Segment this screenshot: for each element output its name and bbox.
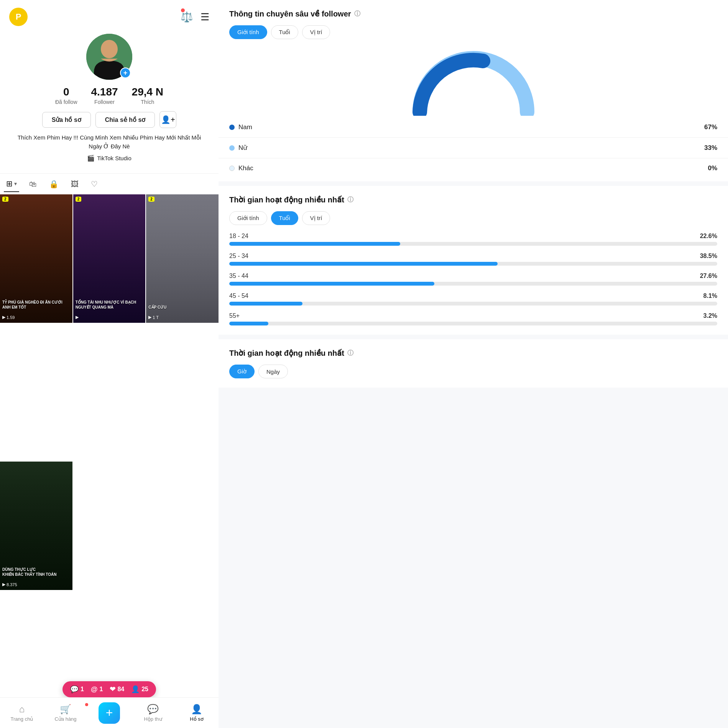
gender-chart bbox=[229, 47, 717, 116]
nav-inbox-label: Hộp thư bbox=[144, 716, 162, 722]
male-value: 67% bbox=[704, 123, 717, 131]
time-activity-section: Thời gian hoạt động nhiều nhất ⓘ Giờ Ngà… bbox=[219, 339, 728, 388]
add-person-icon: 👤+ bbox=[161, 115, 175, 124]
video-thumb-3[interactable]: 2 CẤP CỨU ▶ 1 T bbox=[146, 194, 219, 323]
mention-count: 1 bbox=[99, 686, 103, 693]
float-action-bar[interactable]: 💬 1 @ 1 ❤ 84 👤 25 bbox=[62, 681, 156, 697]
active-time-section: Thời gian hoạt động nhiều nhất ⓘ Giới tí… bbox=[219, 186, 728, 335]
studio-label: TikTok Studio bbox=[97, 155, 131, 161]
plus-icon: + bbox=[106, 706, 113, 720]
notification-dot bbox=[181, 8, 185, 12]
age-tab-location[interactable]: Vị trí bbox=[302, 211, 330, 225]
time-tab-day[interactable]: Ngày bbox=[258, 365, 288, 378]
tab-location[interactable]: Vị trí bbox=[302, 25, 330, 39]
male-label: Nam bbox=[238, 123, 252, 131]
age-tab-gender[interactable]: Giới tính bbox=[229, 211, 267, 225]
logo-button[interactable]: P bbox=[9, 8, 28, 26]
follow-label: Đã follow bbox=[55, 99, 77, 105]
tiktok-studio-row[interactable]: 🎬 TikTok Studio bbox=[87, 154, 131, 162]
left-panel: P ⚖️ ☰ + 0 Đã follow bbox=[0, 0, 219, 728]
info-icon-3[interactable]: ⓘ bbox=[347, 349, 353, 357]
float-comment: 💬 1 bbox=[70, 685, 84, 693]
media-tab-gallery[interactable]: 🖼 bbox=[69, 177, 81, 192]
edit-profile-button[interactable]: Sửa hồ sơ bbox=[42, 112, 91, 128]
svg-point-2 bbox=[435, 74, 512, 116]
age-tab-age[interactable]: Tuổi bbox=[271, 211, 298, 225]
comment-icon: 💬 bbox=[70, 685, 79, 693]
nav-profile[interactable]: 👤 Hồ sơ bbox=[175, 704, 219, 722]
equalizer-icon[interactable]: ⚖️ bbox=[181, 11, 193, 23]
female-label: Nữ bbox=[238, 144, 247, 152]
other-dot bbox=[229, 166, 235, 171]
action-buttons: Sửa hồ sơ Chia sẻ hồ sơ 👤+ bbox=[42, 111, 177, 128]
nav-create[interactable]: + bbox=[87, 702, 131, 724]
age-bar-chart: 18 - 24 22.6% 25 - 34 38.5% 35 - 44 bbox=[229, 233, 717, 325]
video-label-3: CẤP CỨU bbox=[148, 305, 216, 310]
media-tab-grid[interactable]: ⊞ ▾ bbox=[4, 176, 19, 192]
time-activity-title: Thời gian hoạt động nhiều nhất ⓘ bbox=[229, 348, 717, 358]
media-tabs: ⊞ ▾ 🛍 🔒 🖼 ♡ bbox=[0, 173, 219, 194]
user-add-icon: 👤 bbox=[131, 685, 140, 693]
avatar-add-button[interactable]: + bbox=[120, 67, 131, 78]
video-grid: 2 TỶ PHÚ GIÀ NGHÈO ĐI ĂN CƯỚI ANH EM TỐT… bbox=[0, 194, 219, 728]
bar-fill-35-44 bbox=[229, 282, 434, 286]
duration-3: 1 T bbox=[153, 315, 159, 320]
shop-nav-icon: 🛒 bbox=[60, 704, 71, 715]
media-tab-liked[interactable]: ♡ bbox=[89, 176, 100, 192]
other-label: Khác bbox=[238, 164, 253, 172]
play-icon-1: ▶ bbox=[2, 315, 5, 320]
video-label-2: TỔNG TÀI NHU NHƯỢC VÌ BẠCH NGUYẾT QUANG … bbox=[76, 300, 143, 310]
menu-icon[interactable]: ☰ bbox=[200, 11, 209, 23]
share-profile-button[interactable]: Chia sẻ hồ sơ bbox=[95, 112, 155, 128]
bio-text: Thích Xem Phim Hay !!! Cùng Mình Xem Nhi… bbox=[8, 133, 211, 151]
media-tab-shop[interactable]: 🛍 bbox=[27, 177, 39, 192]
like-count: 84 bbox=[117, 686, 124, 693]
nav-inbox[interactable]: 💬 Hộp thư bbox=[131, 704, 175, 722]
age-filter-tabs: Giới tính Tuổi Vị trí bbox=[229, 211, 717, 225]
float-user: 👤 25 bbox=[131, 685, 148, 693]
bar-fill-25-34 bbox=[229, 262, 498, 266]
duration-1: 1.59 bbox=[7, 315, 15, 320]
video-thumb-4[interactable]: DÙNG THỰC LỰCKHIẾN BÁC THẤY TÍNH TOÁN ▶ … bbox=[0, 462, 72, 590]
time-filter-tabs: Giờ Ngày bbox=[229, 365, 717, 378]
time-tab-hour[interactable]: Giờ bbox=[229, 365, 255, 378]
bar-track-25-34 bbox=[229, 262, 717, 266]
bar-55plus: 55+ 3.2% bbox=[229, 312, 717, 325]
tab-age[interactable]: Tuổi bbox=[271, 25, 298, 39]
nav-shop[interactable]: 🛒 Cửa hàng bbox=[44, 704, 87, 722]
gallery-icon: 🖼 bbox=[71, 180, 79, 189]
add-friend-button[interactable]: 👤+ bbox=[159, 111, 176, 128]
tab-gender[interactable]: Giới tính bbox=[229, 25, 267, 39]
other-value: 0% bbox=[708, 164, 717, 172]
follower-section-title: Thông tin chuyên sâu về follower ⓘ bbox=[229, 9, 717, 18]
bar-track-18-24 bbox=[229, 242, 717, 246]
media-tab-lock[interactable]: 🔒 bbox=[47, 176, 61, 192]
avatar-wrap: + bbox=[86, 34, 132, 80]
info-icon-2[interactable]: ⓘ bbox=[347, 196, 353, 204]
duration-4: 8.375 bbox=[7, 582, 17, 587]
bar-35-44: 35 - 44 27.6% bbox=[229, 273, 717, 286]
heart-outline-icon: ♡ bbox=[91, 179, 98, 189]
female-dot bbox=[229, 145, 235, 151]
video-thumb-1[interactable]: 2 TỶ PHÚ GIÀ NGHÈO ĐI ĂN CƯỚI ANH EM TỐT… bbox=[0, 194, 72, 323]
create-button[interactable]: + bbox=[99, 702, 120, 724]
user-count: 25 bbox=[141, 686, 148, 693]
follower-count: 4.187 bbox=[91, 86, 118, 98]
bar-25-34: 25 - 34 38.5% bbox=[229, 253, 717, 266]
info-icon-1[interactable]: ⓘ bbox=[354, 10, 360, 18]
video-thumb-2[interactable]: 2 TỔNG TÀI NHU NHƯỢC VÌ BẠCH NGUYẾT QUAN… bbox=[73, 194, 146, 323]
bar-45-54: 45 - 54 8.1% bbox=[229, 293, 717, 306]
legend-female: Nữ 33% bbox=[229, 144, 717, 152]
grid-icon: ⊞ bbox=[6, 179, 13, 188]
profile-stats-row: 0 Đã follow 4.187 Follower 29,4 N Thích bbox=[55, 86, 163, 105]
nav-home-label: Trang chủ bbox=[11, 716, 33, 722]
top-icons: ⚖️ ☰ bbox=[181, 11, 209, 23]
top-bar: P ⚖️ ☰ bbox=[0, 0, 219, 30]
follow-stat: 0 Đã follow bbox=[55, 86, 77, 105]
bar-track-35-44 bbox=[229, 282, 717, 286]
video-label-1: TỶ PHÚ GIÀ NGHÈO ĐI ĂN CƯỚI ANH EM TỐT bbox=[2, 300, 70, 310]
nav-home[interactable]: ⌂ Trang chủ bbox=[0, 704, 44, 722]
play-icon-2: ▶ bbox=[76, 315, 79, 320]
bar-track-45-54 bbox=[229, 302, 717, 306]
mention-icon: @ bbox=[91, 685, 98, 693]
